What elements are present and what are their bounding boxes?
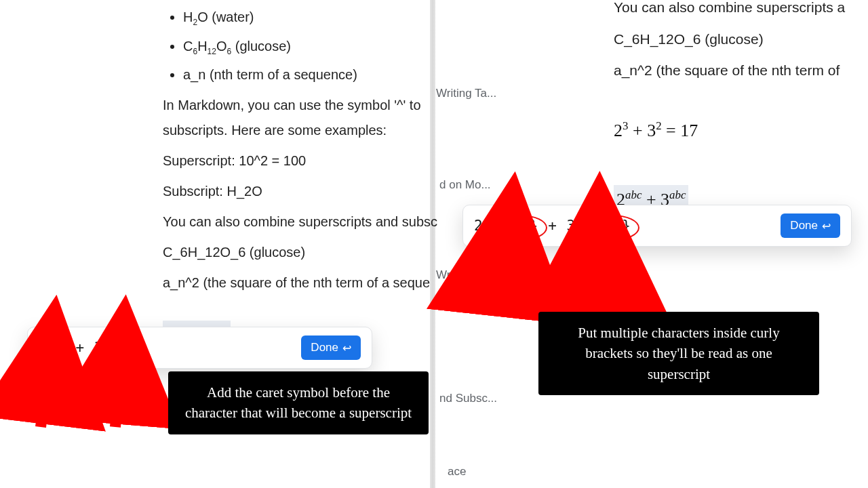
- annotation-callout: Put multiple characters inside curly bra…: [538, 312, 819, 395]
- canvas: Writing Ta... d on Mo... Writing Ta... n…: [0, 0, 868, 488]
- list-item: H2O (water): [183, 7, 437, 29]
- paragraph: subscripts. Here are some examples:: [163, 120, 437, 141]
- bg-label: nd Subsc...: [439, 392, 497, 405]
- rendered-math: 23 + 32 = 17: [614, 117, 845, 144]
- arrow-icon: [473, 239, 541, 316]
- list-item: C6H12O6 (glucose): [183, 36, 437, 58]
- bg-label: d on Mo...: [439, 178, 491, 192]
- done-button[interactable]: Done ↩: [301, 336, 361, 360]
- done-label: Done: [790, 219, 818, 232]
- left-content: H2O (water) C6H12O6 (glucose) a_n (nth t…: [163, 0, 437, 360]
- svg-line-0: [41, 359, 49, 427]
- bg-label: ace: [448, 465, 466, 479]
- enter-icon: ↩: [342, 342, 351, 354]
- enter-icon: ↩: [822, 220, 831, 232]
- arrow-icon: [563, 239, 631, 316]
- svg-line-2: [500, 244, 507, 306]
- paragraph: a_n^2 (the square of the nth term of: [614, 60, 845, 82]
- bg-label: Writing Ta...: [436, 87, 496, 100]
- done-label: Done: [311, 341, 338, 354]
- paragraph: You can also combine superscripts a: [614, 0, 845, 19]
- svg-line-3: [597, 244, 598, 306]
- arrow-icon: [27, 352, 88, 436]
- bullet-list: H2O (water) C6H12O6 (glucose) a_n (nth t…: [163, 7, 437, 85]
- rendered-math: 22: [634, 279, 648, 301]
- annotation-callout: Add the caret symbol before the characte…: [168, 371, 429, 434]
- done-button[interactable]: Done ↩: [781, 214, 840, 238]
- paragraph: C_6H_12O_6 (glucose): [614, 28, 845, 51]
- equation-input[interactable]: 2^{abc} + 3^{abc}: [474, 218, 771, 234]
- paragraph: Superscript: 10^2 = 100: [163, 150, 437, 171]
- paragraph: Subscript: H_2O: [163, 181, 437, 202]
- svg-line-1: [115, 359, 121, 427]
- highlight-circle-icon: [581, 215, 639, 241]
- paragraph: a_n^2 (the square of the nth term of a s…: [163, 272, 437, 293]
- right-content: You can also combine superscripts a C_6H…: [614, 0, 845, 224]
- list-item: a_n (nth term of a sequence): [183, 64, 437, 85]
- arrow-icon: [95, 352, 156, 436]
- paragraph: You can also combine superscripts and su…: [163, 211, 437, 232]
- highlight-circle-icon: [489, 215, 547, 241]
- paragraph: C_6H_12O_6 (glucose): [163, 242, 437, 263]
- paragraph: In Markdown, you can use the symbol '^' …: [163, 95, 437, 116]
